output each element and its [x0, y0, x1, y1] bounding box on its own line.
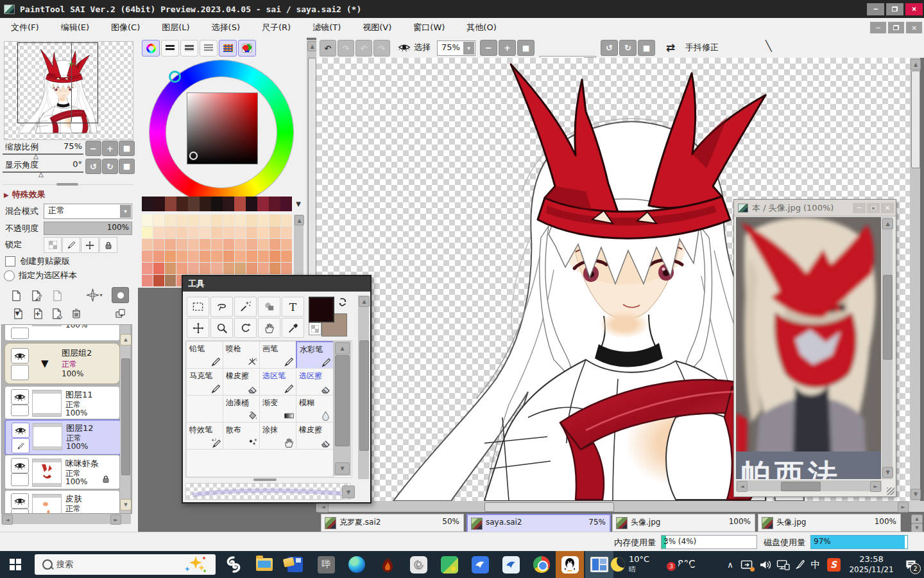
menu-filter[interactable]: 滤镜(T) [302, 18, 352, 37]
navigator-angle-slider-handle[interactable]: △ [38, 171, 44, 178]
canvas-scroll-right-button[interactable]: ► [898, 502, 909, 512]
dark-swatch[interactable] [176, 197, 188, 211]
canvas-zoom-out-button[interactable]: − [480, 40, 497, 56]
marquee-tool-button[interactable] [187, 297, 209, 317]
palette-swatch[interactable] [142, 263, 153, 274]
redo-button[interactable]: ↷ [338, 40, 354, 57]
palette-swatch[interactable] [188, 227, 199, 238]
layers-scroll-right-button[interactable]: ► [110, 514, 121, 525]
zoom-reset-button[interactable]: ■ [119, 141, 135, 156]
palette-swatch[interactable] [153, 239, 164, 250]
layers-scroll-up-button[interactable]: ▲ [120, 334, 132, 346]
sv-selector[interactable] [189, 152, 198, 160]
palette-swatch[interactable] [200, 227, 210, 238]
dark-swatch[interactable] [280, 197, 292, 211]
reference-scroll-left[interactable]: ◄ [737, 481, 748, 492]
swatch-menu-button[interactable]: ▼ [293, 198, 304, 209]
doc-tab-touxiang2[interactable]: 头像.jpg 100% [758, 514, 901, 532]
magic-wand-button[interactable] [234, 297, 257, 317]
new-vector-layer-button[interactable] [28, 288, 45, 303]
canvas-resize-grip[interactable] [910, 501, 924, 512]
zoom-in-button[interactable]: + [102, 141, 118, 156]
reselect-button[interactable]: ↷ [373, 40, 390, 57]
canvas-right-scrollbar[interactable]: ▲ ▼ [910, 58, 920, 501]
palette-swatch[interactable] [258, 250, 269, 262]
taskbar-chrome-icon[interactable] [527, 551, 556, 578]
primary-color-swatch[interactable] [309, 297, 334, 322]
reference-resize-grip[interactable] [887, 487, 894, 495]
menu-layer[interactable]: 图层(L) [151, 18, 200, 37]
layer-row-group2[interactable]: ▼ 图层组2 正常 100% [4, 343, 120, 384]
dark-swatch[interactable] [211, 197, 223, 211]
move-tool-button[interactable] [187, 318, 209, 338]
taskbar-clock[interactable]: 23:58 2025/11/21 [846, 554, 897, 575]
reference-image[interactable]: 帕西法 [736, 217, 881, 479]
palette-swatch[interactable] [188, 263, 199, 274]
taskbar-sai-icon[interactable] [219, 551, 248, 578]
layers-hscrollbar[interactable]: ◄ ► [1, 514, 131, 524]
bar-slider-toggle[interactable] [200, 40, 218, 57]
taskbar-edge-icon[interactable] [343, 551, 371, 578]
restore-button[interactable] [886, 3, 903, 15]
shape-tool-button[interactable] [258, 297, 280, 317]
menu-select[interactable]: 选择(S) [201, 18, 251, 37]
palette-swatch[interactable] [270, 263, 280, 274]
palette-swatch[interactable] [270, 215, 280, 226]
tray-expand-chevron[interactable]: ∧ [723, 551, 738, 578]
brush-grid-scroll-down[interactable]: ▼ [335, 462, 350, 475]
palette-swatch[interactable] [153, 250, 164, 262]
reference-close-button[interactable]: × [881, 203, 894, 213]
rgb-slider-toggle[interactable] [161, 40, 179, 57]
palette-swatch[interactable] [165, 275, 176, 286]
dark-swatch[interactable] [142, 197, 153, 211]
palette-swatch[interactable] [281, 215, 292, 226]
layer-visibility-toggle[interactable] [11, 389, 29, 405]
menu-edit[interactable]: 编辑(E) [50, 18, 100, 37]
palette-swatch[interactable] [176, 263, 187, 274]
palette-swatch[interactable] [223, 227, 234, 238]
dark-swatch[interactable] [234, 197, 246, 211]
tools-titlebar[interactable]: 工具 [183, 276, 370, 292]
palette-swatch[interactable] [211, 263, 222, 274]
flip-horizontal-button[interactable]: ⇄ [663, 40, 678, 55]
tool-blur[interactable]: 模糊 [296, 395, 334, 423]
taskbar-gallery-icon[interactable] [435, 551, 463, 578]
dark-swatch[interactable] [269, 197, 280, 211]
dark-swatch[interactable] [223, 197, 234, 211]
transform-button[interactable]: ▾ [85, 286, 104, 303]
tool-bucket[interactable]: 油漆桶 [223, 395, 261, 423]
canvas-zoom-in-button[interactable]: + [499, 40, 516, 56]
palette-swatch[interactable] [211, 227, 222, 238]
palette-swatch[interactable] [258, 227, 269, 238]
palette-swatch[interactable] [246, 250, 257, 262]
doc-tab-saya-active[interactable]: saya.sai2 75% [466, 514, 611, 533]
rotate-reset-button[interactable]: ■ [119, 159, 135, 174]
tools-window[interactable]: 工具 T ▲ 铅笔 喷枪 画笔 水彩笔 马克笔 橡皮擦 [182, 275, 372, 504]
palette-swatch[interactable] [211, 250, 222, 262]
reference-vscrollbar-thumb[interactable] [883, 275, 893, 360]
layer-visibility-toggle[interactable] [11, 458, 29, 473]
navigator-preview[interactable] [4, 41, 133, 140]
palette-swatch[interactable] [235, 215, 246, 226]
lasso-tool-button[interactable] [210, 297, 233, 317]
palette-swatch[interactable] [165, 263, 176, 274]
tool-gradient[interactable]: 渐变 [259, 395, 297, 423]
network-icon[interactable] [774, 551, 792, 578]
palette-swatch[interactable] [153, 263, 164, 274]
tools-divider-handle[interactable] [253, 478, 277, 481]
taskbar-bird2-icon[interactable] [497, 551, 525, 578]
color-wheel-toggle[interactable] [142, 40, 160, 57]
tool-watercolor-selected[interactable]: 水彩笔 [296, 341, 335, 371]
palette-swatch[interactable] [200, 239, 210, 250]
palette-swatch[interactable] [246, 215, 257, 226]
tool-airbrush[interactable]: 喷枪 [223, 341, 261, 369]
new-layer-button[interactable] [8, 288, 24, 303]
copy-layer-button[interactable]: + [28, 306, 45, 321]
palette-swatch[interactable] [176, 239, 187, 250]
doc-tab-touxiang1[interactable]: 头像.jpg 100% [612, 514, 755, 532]
color-mixer-toggle[interactable] [238, 40, 256, 57]
palette-swatch[interactable] [270, 250, 280, 262]
start-button[interactable] [0, 551, 31, 578]
layer-paint-mode-box[interactable] [12, 438, 30, 453]
layers-scrollbar[interactable]: ▲ ▼ [120, 325, 130, 513]
